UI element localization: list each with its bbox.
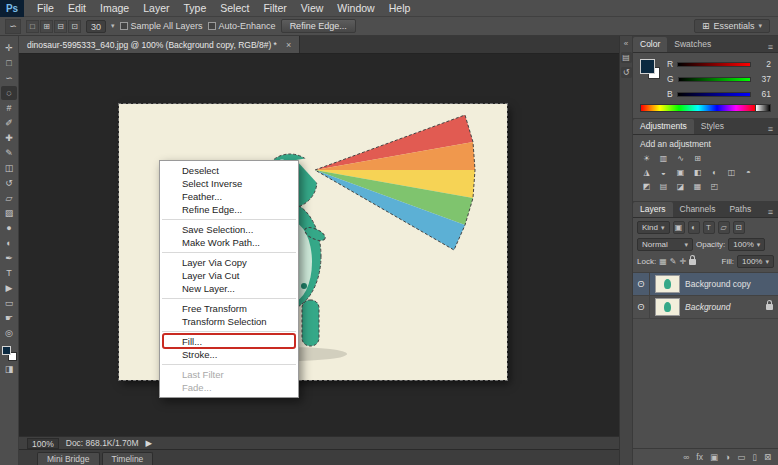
menu-layer[interactable]: Layer [136, 0, 176, 17]
eyedropper-tool[interactable]: ✐ [1, 116, 17, 130]
tab-styles[interactable]: Styles [694, 119, 731, 134]
black-white-icon[interactable]: ◧ [691, 167, 704, 178]
green-value[interactable]: 37 [755, 74, 771, 84]
color-swatches[interactable] [2, 346, 17, 361]
filter-type-layers-icon[interactable]: T [703, 221, 715, 234]
layer-style-fx-icon[interactable]: fx [696, 452, 703, 462]
posterize-icon[interactable]: ▤ [657, 181, 670, 192]
lasso-tool[interactable]: ∽ [1, 71, 17, 85]
context-menu-item-new-layer[interactable]: New Layer... [160, 282, 298, 295]
path-selection-tool[interactable]: ▶ [1, 281, 17, 295]
subtract-selection-icon[interactable]: ⊟ [54, 20, 67, 33]
visibility-eye-icon[interactable]: ʘ [633, 273, 650, 295]
context-menu-item-feather[interactable]: Feather... [160, 190, 298, 203]
layer-name[interactable]: Background [685, 302, 730, 312]
context-menu-item-select-inverse[interactable]: Select Inverse [160, 177, 298, 190]
context-menu-item-save-selection[interactable]: Save Selection... [160, 223, 298, 236]
filter-adjustment-layers-icon[interactable]: ◐ [688, 221, 700, 234]
menu-help[interactable]: Help [382, 0, 418, 17]
invert-icon[interactable]: ◩ [640, 181, 653, 192]
menu-edit[interactable]: Edit [61, 0, 93, 17]
pen-tool[interactable]: ✒ [1, 251, 17, 265]
color-balance-icon[interactable]: ▣ [674, 167, 687, 178]
menu-view[interactable]: View [294, 0, 331, 17]
tab-paths[interactable]: Paths [722, 202, 758, 217]
refine-edge-button[interactable]: Refine Edge... [281, 19, 356, 33]
history-brush-tool[interactable]: ↺ [1, 176, 17, 190]
clone-stamp-tool[interactable]: ◫ [1, 161, 17, 175]
delete-layer-icon[interactable]: ⊠ [764, 452, 771, 462]
lock-all-icon[interactable] [689, 259, 696, 265]
active-tool-icon[interactable]: ∽ [5, 19, 21, 34]
rectangular-marquee-tool[interactable]: □ [1, 56, 17, 70]
black-white-ramp[interactable] [755, 104, 771, 112]
history-panel-icon[interactable]: ↺ [621, 67, 632, 78]
tab-channels[interactable]: Channels [673, 202, 723, 217]
menu-window[interactable]: Window [330, 0, 381, 17]
auto-enhance-option[interactable]: Auto-Enhance [208, 21, 276, 31]
new-layer-icon[interactable]: ▯ [752, 452, 757, 462]
properties-panel-icon[interactable]: ▤ [621, 52, 632, 63]
context-menu-item-deselect[interactable]: Deselect [160, 164, 298, 177]
brush-size-field[interactable]: 30 [86, 20, 106, 33]
auto-enhance-checkbox[interactable] [208, 22, 216, 30]
panel-menu-icon[interactable]: ≡ [768, 207, 778, 217]
color-lookup-icon[interactable]: ◓ [742, 167, 755, 178]
layer-row-background[interactable]: ʘ Background [633, 296, 778, 319]
channel-mixer-icon[interactable]: ◫ [725, 167, 738, 178]
type-tool[interactable]: T [1, 266, 17, 280]
foreground-color-swatch[interactable] [2, 346, 11, 355]
new-group-icon[interactable]: ▭ [737, 452, 745, 462]
tab-swatches[interactable]: Swatches [667, 37, 718, 52]
tab-color[interactable]: Color [633, 37, 667, 52]
filter-smart-objects-icon[interactable]: ⊡ [733, 221, 745, 234]
vibrance-icon[interactable]: ◮ [640, 167, 653, 178]
layer-row-background-copy[interactable]: ʘ Background copy [633, 273, 778, 296]
rectangle-tool[interactable]: ▭ [1, 296, 17, 310]
tab-mini-bridge[interactable]: Mini Bridge [37, 452, 100, 465]
tab-timeline[interactable]: Timeline [102, 452, 154, 465]
red-slider[interactable] [677, 62, 751, 67]
menu-image[interactable]: Image [93, 0, 136, 17]
canvas-pasteboard[interactable]: Deselect Select Inverse Feather... Refin… [19, 54, 619, 436]
lock-pixels-icon[interactable]: ✎ [670, 257, 677, 266]
fill-dropdown[interactable]: 100% ▾ [737, 255, 774, 268]
panel-color-swatches[interactable] [640, 59, 660, 79]
menu-filter[interactable]: Filter [256, 0, 293, 17]
zoom-tool[interactable]: ◎ [1, 326, 17, 340]
eraser-tool[interactable]: ▱ [1, 191, 17, 205]
tab-adjustments[interactable]: Adjustments [633, 119, 694, 134]
crop-tool[interactable]: # [1, 101, 17, 115]
context-menu-item-fill[interactable]: Fill... [160, 335, 298, 348]
curves-icon[interactable]: ∿ [674, 153, 687, 164]
selective-color-icon[interactable]: ◰ [708, 181, 721, 192]
sample-all-layers-option[interactable]: Sample All Layers [120, 21, 203, 31]
red-value[interactable]: 2 [755, 59, 771, 69]
tab-layers[interactable]: Layers [633, 202, 673, 217]
photo-filter-icon[interactable]: ◐ [708, 167, 721, 178]
blue-value[interactable]: 61 [755, 89, 771, 99]
visibility-eye-icon[interactable]: ʘ [633, 296, 650, 318]
sample-all-layers-checkbox[interactable] [120, 22, 128, 30]
green-slider[interactable] [678, 77, 751, 82]
status-flyout-icon[interactable]: ▶ [146, 438, 153, 448]
brightness-contrast-icon[interactable]: ☀ [640, 153, 653, 164]
workspace-switcher[interactable]: ⊞ Essentials ▾ [694, 19, 770, 33]
context-menu-item-layer-via-copy[interactable]: Layer Via Copy [160, 256, 298, 269]
blur-tool[interactable]: ● [1, 221, 17, 235]
add-layer-mask-icon[interactable]: ▣ [710, 452, 718, 462]
hue-saturation-icon[interactable]: ◒ [657, 167, 670, 178]
gradient-map-icon[interactable]: ▦ [691, 181, 704, 192]
add-selection-icon[interactable]: ⊞ [40, 20, 53, 33]
layer-name[interactable]: Background copy [685, 279, 751, 289]
menu-select[interactable]: Select [213, 0, 256, 17]
menu-file[interactable]: File [30, 0, 61, 17]
context-menu-item-transform-selection[interactable]: Transform Selection [160, 315, 298, 328]
filter-shape-layers-icon[interactable]: ▱ [718, 221, 730, 234]
quick-selection-tool[interactable]: ◌ [1, 86, 17, 100]
threshold-icon[interactable]: ◪ [674, 181, 687, 192]
move-tool[interactable]: ✛ [1, 41, 17, 55]
expand-panels-icon[interactable]: « [624, 39, 628, 48]
panel-menu-icon[interactable]: ≡ [768, 42, 778, 52]
layer-thumbnail[interactable] [655, 275, 680, 293]
